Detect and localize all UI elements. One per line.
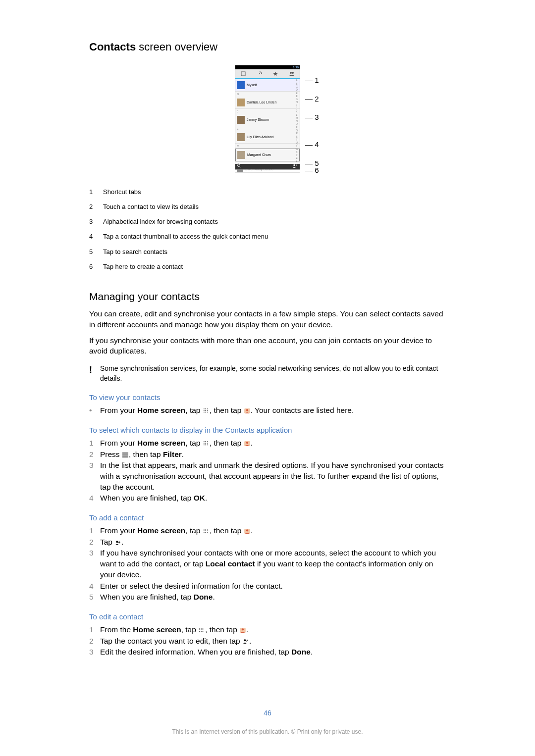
contact-name: Myself xyxy=(247,83,257,88)
step-number: 2 xyxy=(89,636,100,647)
svg-rect-12 xyxy=(205,410,206,411)
svg-rect-11 xyxy=(204,410,205,411)
instruction-text: Edit the desired information. When you a… xyxy=(100,647,446,657)
procedure-heading: To edit a contact xyxy=(89,611,446,622)
svg-rect-52 xyxy=(203,629,204,630)
svg-rect-19 xyxy=(204,441,205,442)
svg-rect-8 xyxy=(204,408,205,409)
svg-point-3 xyxy=(292,72,294,74)
svg-rect-50 xyxy=(199,629,200,630)
step-number: 1 xyxy=(89,438,100,449)
instruction-text: When you are finished, tap OK. xyxy=(100,493,446,504)
callout-num: 2 xyxy=(315,95,319,103)
svg-point-1 xyxy=(259,73,260,74)
phone-mock: 3:39 Myself xyxy=(235,65,300,170)
svg-rect-23 xyxy=(205,443,206,444)
svg-rect-22 xyxy=(204,443,205,444)
svg-rect-53 xyxy=(199,631,200,632)
svg-rect-54 xyxy=(201,631,202,632)
instruction-text: Tap the contact you want to edit, then t… xyxy=(100,636,446,647)
procedure-heading: To add a contact xyxy=(89,512,446,523)
avatar-icon xyxy=(237,133,245,141)
svg-rect-38 xyxy=(207,530,208,531)
step-number: 5 xyxy=(89,592,100,603)
step-number: 2 xyxy=(89,449,100,460)
callout-num: 3 xyxy=(315,113,319,121)
add-person-icon xyxy=(114,538,121,546)
legend-row: 5Tap to search contacts xyxy=(89,245,446,259)
callout-num: 6 xyxy=(315,166,319,174)
step-number: 3 xyxy=(89,647,100,657)
index-separator: D xyxy=(235,92,300,97)
callout-num: 4 xyxy=(315,140,319,149)
tab-icon xyxy=(252,69,268,78)
legend-row: 2Touch a contact to view its details xyxy=(89,200,446,214)
instruction-text: From the Home screen, tap , then tap . xyxy=(100,624,446,635)
menu-icon xyxy=(122,450,129,458)
svg-point-29 xyxy=(246,442,248,444)
section-title: Contacts screen overview xyxy=(89,40,446,55)
svg-rect-41 xyxy=(207,532,208,533)
tab-icon xyxy=(284,69,300,78)
svg-rect-15 xyxy=(205,412,206,413)
svg-rect-55 xyxy=(203,631,204,632)
step-number: 4 xyxy=(89,581,100,592)
svg-rect-20 xyxy=(205,441,206,442)
instruction-text: Enter or select the desired information … xyxy=(100,581,446,592)
tab-icon xyxy=(268,69,284,78)
legend-row: 4Tap a contact thumbnail to access the q… xyxy=(89,229,446,244)
svg-point-44 xyxy=(116,541,118,543)
screenshot-figure: 3:39 Myself xyxy=(89,65,446,170)
contact-name: Lily Ellen Ackland xyxy=(247,135,273,140)
svg-point-18 xyxy=(246,409,248,411)
step-number: 3 xyxy=(89,460,100,492)
svg-rect-14 xyxy=(204,412,205,413)
apps-grid-icon xyxy=(203,526,210,535)
instruction-text: From your Home screen, tap , then tap . xyxy=(100,438,446,449)
svg-point-58 xyxy=(244,640,246,642)
tab-icon xyxy=(235,69,252,78)
page-number: 46 xyxy=(0,708,535,718)
svg-rect-13 xyxy=(207,410,208,411)
legend-row: 6Tap here to create a contact xyxy=(89,259,446,274)
svg-rect-33 xyxy=(204,529,205,530)
svg-rect-24 xyxy=(207,443,208,444)
svg-rect-36 xyxy=(204,530,205,531)
svg-rect-9 xyxy=(205,408,206,409)
instruction-text: If you have synchronised your contacts w… xyxy=(100,548,446,580)
instruction-text: Tap . xyxy=(100,537,446,548)
alpha-index: ABCDEFGHIJKLMNOPQRSTUVWXYZ# xyxy=(295,79,299,163)
legend-table: 1Shortcut tabs2Touch a contact to view i… xyxy=(89,185,446,274)
footer-text: This is an Internet version of this publ… xyxy=(0,728,535,736)
managing-heading: Managing your contacts xyxy=(89,289,446,303)
svg-rect-16 xyxy=(207,412,208,413)
svg-rect-40 xyxy=(205,532,206,533)
contact-name: Margaret Chow xyxy=(247,152,271,157)
svg-rect-37 xyxy=(205,530,206,531)
contacts-app-icon xyxy=(239,625,246,634)
svg-point-2 xyxy=(290,72,292,74)
note-text: Some synchronisation services, for examp… xyxy=(100,364,446,383)
avatar-icon xyxy=(237,151,245,159)
svg-point-43 xyxy=(246,529,248,531)
avatar-icon xyxy=(237,99,245,106)
svg-rect-27 xyxy=(207,445,208,446)
instruction-text: From your Home screen, tap , then tap . … xyxy=(100,405,446,416)
apps-grid-icon xyxy=(198,625,205,634)
step-number: 3 xyxy=(89,548,100,580)
index-separator: L xyxy=(235,126,300,131)
contacts-app-icon xyxy=(244,406,251,414)
svg-rect-48 xyxy=(201,628,202,629)
svg-rect-49 xyxy=(203,628,204,629)
avatar-icon xyxy=(237,116,245,124)
svg-rect-0 xyxy=(241,72,245,76)
svg-rect-10 xyxy=(207,408,208,409)
avatar-icon xyxy=(237,81,245,89)
svg-point-6 xyxy=(293,164,295,166)
apps-grid-icon xyxy=(203,406,210,414)
contacts-app-icon xyxy=(244,439,251,447)
svg-rect-21 xyxy=(207,441,208,442)
instruction-text: When you are finished, tap Done. xyxy=(100,592,446,603)
step-number: 1 xyxy=(89,525,100,536)
instruction-text: In the list that appears, mark and unmar… xyxy=(100,460,446,492)
